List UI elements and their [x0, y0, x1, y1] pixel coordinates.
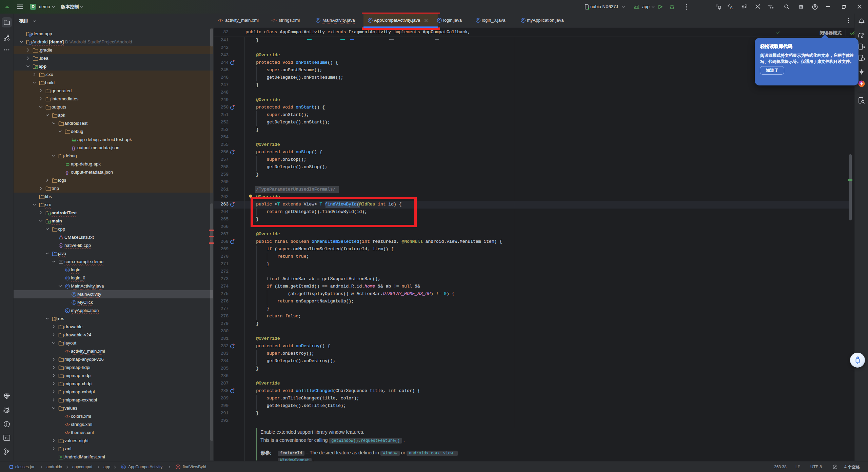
svg-text:m: m — [177, 465, 179, 469]
svg-text:A: A — [730, 5, 733, 10]
